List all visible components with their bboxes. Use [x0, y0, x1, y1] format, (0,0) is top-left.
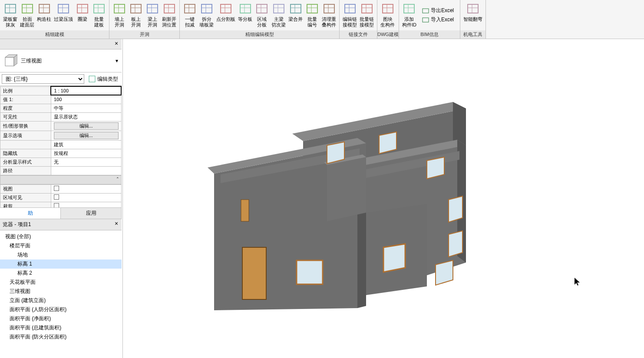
batch-link-button[interactable]: 批量链 接模型 [358, 1, 375, 30]
help-link[interactable]: 助 [0, 208, 61, 219]
tree-item[interactable]: 标高 1 [0, 259, 122, 269]
svg-rect-9 [58, 4, 69, 13]
edit-link-button[interactable]: 编辑链 接模型 [341, 1, 358, 30]
prop-label: 路径 [0, 166, 51, 175]
prop-value[interactable] [51, 193, 122, 202]
prop-value[interactable]: 显示原状态 [51, 112, 121, 121]
point-split-button[interactable]: 点分割板 [215, 1, 237, 30]
prop-label: 可见性 [0, 112, 51, 121]
clean-dup-button[interactable]: 清理重 叠构件 [320, 1, 337, 30]
tree-item[interactable]: 楼层平面 [0, 241, 122, 250]
batch-board-icon [92, 2, 106, 16]
view-type-selector[interactable]: 三维视图 ▾ [0, 49, 122, 72]
prop-value[interactable]: 编辑... [51, 121, 121, 131]
block-gen-button[interactable]: 图块 生构件 [379, 1, 396, 30]
export-excel-button[interactable]: 导出Excel [420, 6, 456, 15]
svg-rect-71 [468, 4, 478, 13]
ribbon-group-label: 链接文件 [340, 30, 377, 39]
import-excel-icon [422, 16, 429, 23]
prop-value[interactable]: 建筑 [51, 140, 121, 149]
area-split-button[interactable]: 区域 分板 [254, 1, 270, 30]
cursor-icon [575, 278, 581, 286]
batch-board-button[interactable]: 批量 建板 [91, 1, 107, 30]
view-name-select[interactable]: 图: {三维} [2, 74, 84, 84]
svg-rect-77 [89, 76, 95, 82]
tree-item[interactable]: 三维视图 [0, 287, 122, 296]
svg-rect-60 [362, 4, 372, 13]
tree-item[interactable]: 天花板平面 [0, 278, 122, 287]
refresh-open-icon [162, 2, 176, 16]
prop-value[interactable] [51, 202, 122, 207]
ribbon-group-label: 机电工具 [460, 30, 485, 39]
edit-type-button[interactable]: 编辑类型 [87, 75, 120, 84]
tree-item[interactable]: 面积平面 (人防分区面积) [0, 305, 122, 314]
dropdown-icon[interactable]: ▾ [116, 58, 118, 64]
tree-item[interactable]: 场地 [0, 250, 122, 259]
pick-face-button[interactable]: 拾面 建面层 [19, 1, 36, 30]
pick-face-icon [20, 2, 34, 16]
prop-value[interactable]: 无 [51, 158, 121, 166]
svg-marker-95 [383, 244, 405, 272]
wall-open-button[interactable]: 墙上 开洞 [111, 1, 128, 30]
prop-label: 视图 [0, 184, 51, 193]
tree-item[interactable]: 视图 (全部) [0, 232, 122, 241]
ring-beam-button[interactable]: 圈梁 [74, 1, 91, 30]
prop-label: 区域可见 [0, 193, 51, 202]
svg-rect-27 [164, 4, 175, 13]
checkbox[interactable] [54, 203, 59, 207]
edit-button[interactable]: 编辑... [54, 122, 119, 130]
prop-input[interactable] [54, 88, 118, 93]
ring-beam-icon [76, 2, 89, 16]
svg-rect-48 [291, 4, 301, 13]
close-icon[interactable]: × [113, 220, 120, 227]
svg-rect-45 [274, 4, 284, 13]
svg-rect-94 [297, 260, 323, 284]
prop-value[interactable]: 中等 [51, 104, 121, 112]
deduct-button[interactable]: 一键 扣减 [182, 1, 198, 30]
import-excel-button[interactable]: 导入Excel [420, 15, 456, 24]
tree-item[interactable]: 标高 2 [0, 269, 122, 278]
main-beam-button[interactable]: 主梁 切次梁 [270, 1, 287, 30]
refresh-open-button[interactable]: 刷新开 洞位置 [161, 1, 178, 30]
svg-rect-66 [404, 4, 414, 13]
tree-item[interactable]: 立面 (建筑立面) [0, 296, 122, 305]
svg-rect-30 [185, 4, 195, 13]
add-id-icon [402, 2, 416, 16]
add-id-button[interactable]: 添加 构件ID [401, 1, 418, 30]
beam-open-button[interactable]: 梁上 开洞 [144, 1, 161, 30]
prop-value[interactable]: 100 [51, 95, 121, 104]
checkbox[interactable] [54, 186, 59, 191]
prop-value[interactable] [51, 166, 121, 175]
checkbox[interactable] [54, 194, 59, 200]
equal-split-button[interactable]: 等分板 [237, 1, 254, 30]
tree-item[interactable]: 面积平面 (净面积) [0, 314, 122, 323]
batch-num-button[interactable]: 批量 编号 [304, 1, 320, 30]
svg-rect-93 [242, 247, 266, 299]
prop-value[interactable]: 按规程 [51, 149, 121, 158]
smart-bend-button[interactable]: 智能翻弯 [462, 1, 484, 30]
tree-item[interactable]: 面积平面 (总建筑面积) [0, 323, 122, 332]
collapse-icon[interactable]: ⌃ [116, 177, 119, 181]
lintel-button[interactable]: 过梁压顶 [53, 1, 74, 30]
3d-viewport[interactable] [122, 39, 644, 358]
svg-rect-15 [94, 4, 104, 13]
prop-value[interactable]: 编辑... [51, 131, 121, 140]
prop-value[interactable] [51, 86, 121, 95]
board-open-icon [129, 2, 143, 16]
close-icon[interactable]: × [113, 40, 120, 47]
board-open-button[interactable]: 板上 开洞 [128, 1, 144, 30]
svg-rect-18 [114, 4, 125, 13]
struct-col-button[interactable]: 构造柱 [36, 1, 53, 30]
merge-beam-button[interactable]: 梁合并 [287, 1, 304, 30]
split-wall-button[interactable]: 拆分 墙板梁 [198, 1, 215, 30]
main-beam-icon [272, 2, 286, 16]
prop-value[interactable] [51, 184, 122, 193]
apply-button[interactable]: 应用 [61, 208, 122, 219]
svg-rect-70 [423, 18, 429, 22]
ribbon-group-label: BIM信息 [399, 30, 460, 39]
beam-board-button[interactable]: 梁板窗 抹灰 [2, 1, 19, 30]
edit-button[interactable]: 编辑... [54, 132, 119, 139]
svg-rect-69 [423, 9, 429, 13]
equal-split-icon [238, 2, 252, 16]
tree-item[interactable]: 面积平面 (防火分区面积) [0, 332, 122, 342]
